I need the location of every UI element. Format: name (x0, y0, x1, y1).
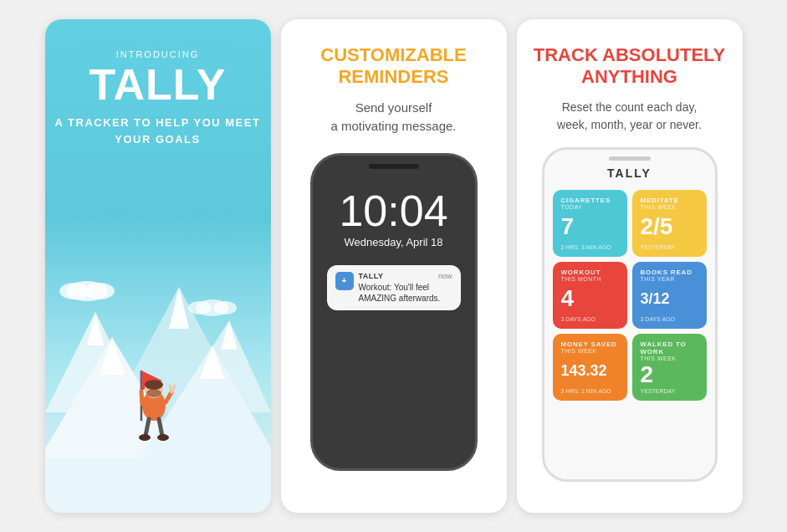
svg-point-27 (84, 283, 115, 299)
tile-ago-5: YESTERDAY (641, 388, 698, 394)
panel-track: TRACK ABSOLUTELY ANYTHING Reset the coun… (517, 19, 743, 513)
notif-time: now (438, 272, 452, 280)
svg-rect-10 (45, 458, 271, 513)
svg-point-30 (213, 301, 237, 315)
svg-point-23 (139, 434, 151, 441)
tile-value-4: 143.32 (561, 363, 619, 378)
tally-main-title: TALLY (89, 63, 227, 106)
tile-label-1: MEDITATE (641, 197, 698, 204)
tile-value-2: 4 (561, 287, 619, 310)
lock-screen-date: Wednesday, April 18 (344, 236, 442, 248)
panel-intro: INTRODUCING TALLY A TRACKER TO HELP YOU … (45, 19, 271, 513)
notif-app-name: TALLY (359, 272, 384, 280)
tile-ago-4: 3 HRS. 2 MIN AGO (561, 388, 619, 394)
main-panels: INTRODUCING TALLY A TRACKER TO HELP YOU … (28, 3, 759, 529)
tracker-tile-2: WORKOUT THIS MONTH 4 3 DAYS AGO (553, 262, 627, 329)
notif-content: TALLY now Workout: You'll feel AMAZING a… (359, 272, 452, 304)
svg-point-29 (188, 301, 212, 315)
tile-label-5: WALKED TO WORK (641, 340, 698, 356)
tile-value-0: 7 (561, 215, 619, 238)
tile-period-2: THIS MONTH (561, 276, 619, 282)
track-subtext: Reset the count each day, week, month, y… (557, 99, 702, 134)
tracker-tile-3: BOOKS READ THIS YEAR 3/12 3 DAYS AGO (632, 262, 707, 329)
tile-ago-2: 3 DAYS AGO (561, 316, 619, 322)
tile-ago-0: 2 HRS. 3 MIN AGO (561, 244, 619, 250)
tile-label-2: WORKOUT (561, 269, 619, 276)
track-heading: TRACK ABSOLUTELY ANYTHING (534, 44, 725, 89)
tracker-tile-1: MEDITATE THIS WEEK 2/5 YESTERDAY (632, 190, 707, 257)
tile-label-3: BOOKS READ (641, 269, 698, 276)
tile-period-5: THIS WEEK (641, 356, 698, 361)
tally-app-header: TALLY (607, 166, 652, 180)
tile-ago-1: YESTERDAY (641, 244, 698, 250)
tile-label-4: MONEY SAVED (561, 340, 619, 348)
tracker-tile-5: WALKED TO WORK THIS WEEK 2 YESTERDAY (632, 334, 707, 401)
tally-subtitle: A TRACKER TO HELP YOU MEET YOUR GOALS (45, 115, 271, 147)
tile-value-1: 2/5 (641, 215, 698, 238)
svg-point-15 (145, 380, 163, 390)
introducing-label: INTRODUCING (116, 49, 200, 59)
phone-mockup-reminders: 10:04 Wednesday, April 18 + TALLY now Wo… (310, 153, 478, 471)
notif-header: TALLY now (359, 272, 452, 280)
phone-mockup-track: TALLY CIGARETTES TODAY 7 2 HRS. 3 MIN AG… (542, 147, 718, 482)
reminders-heading: CUSTOMIZABLE REMINDERS (320, 44, 466, 89)
svg-line-17 (141, 391, 142, 404)
tile-period-3: THIS YEAR (641, 276, 698, 282)
lock-screen-time: 10:04 (339, 189, 447, 233)
tile-period-4: THIS WEEK (561, 348, 619, 354)
tracker-tile-0: CIGARETTES TODAY 7 2 HRS. 3 MIN AGO (553, 190, 627, 257)
tile-label-0: CIGARETTES (561, 197, 619, 204)
svg-point-24 (157, 434, 169, 441)
tile-value-3: 3/12 (641, 291, 698, 306)
tracker-tile-4: MONEY SAVED THIS WEEK 143.32 3 HRS. 2 MI… (553, 334, 627, 401)
notification-banner: + TALLY now Workout: You'll feel AMAZING… (327, 265, 461, 310)
tracker-tile-grid: CIGARETTES TODAY 7 2 HRS. 3 MIN AGO MEDI… (544, 190, 715, 401)
tile-period-1: THIS WEEK (641, 204, 698, 210)
reminders-subtext: Send yourself a motivating message. (330, 99, 456, 136)
svg-point-16 (146, 389, 161, 397)
tile-value-5: 2 (641, 363, 698, 386)
notif-message: Workout: You'll feel AMAZING afterwards. (359, 282, 452, 304)
mountains-illustration (45, 245, 271, 513)
panel-reminders: CUSTOMIZABLE REMINDERS Send yourself a m… (281, 19, 507, 513)
notif-app-icon: + (335, 272, 354, 290)
tile-ago-3: 3 DAYS AGO (641, 316, 698, 322)
tile-period-0: TODAY (561, 204, 619, 210)
